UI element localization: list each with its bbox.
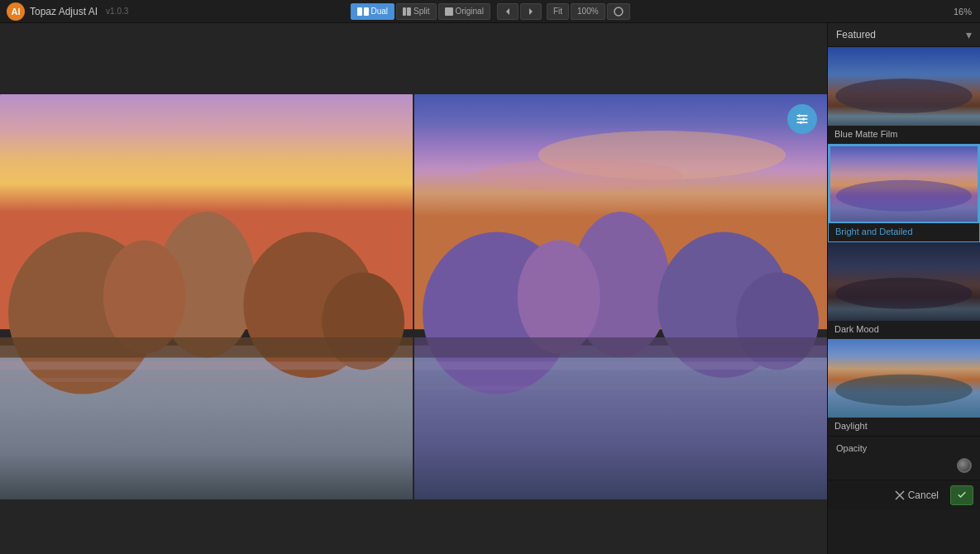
preset-item-dark-mood[interactable]: Dark Mood [828,242,980,339]
preset-thumb-daylight [828,339,980,418]
preset-item-blue-matte-film[interactable]: Blue Matte Film [828,47,980,144]
app-title: Topaz Adjust AI [30,6,98,17]
app-header: AI Topaz Adjust AI v1.0.3 Dual Split Ori… [0,0,980,23]
comparison-button[interactable] [607,3,630,20]
svg-rect-3 [407,7,411,16]
svg-point-44 [836,180,972,212]
header-right: 16% [954,7,972,17]
dropdown-arrow-icon: ▾ [966,28,972,41]
zoom-100-button[interactable]: 100% [571,3,605,20]
thumb-svg-bright-detailed [829,145,979,223]
preset-name-daylight: Daylight [828,418,980,436]
svg-point-28 [518,240,600,353]
opacity-label: Opacity [836,443,972,453]
thumb-svg-blue-matte [828,47,980,126]
enhanced-scene [414,94,827,499]
svg-rect-17 [0,337,413,358]
bottom-action-bar: Cancel [828,480,980,509]
preset-item-daylight[interactable]: Daylight [828,339,980,436]
preset-dropdown-label: Featured [836,29,876,41]
thumb-svg-daylight [828,339,980,418]
original-panel [0,94,413,499]
preset-thumb-dark-mood [828,242,980,321]
view-original-button[interactable]: Original [437,3,490,20]
opacity-section: Opacity [828,436,980,480]
svg-rect-31 [414,337,827,358]
preset-thumb-blue-matte-film [828,47,980,126]
svg-rect-2 [403,7,406,16]
sliders-icon [794,111,810,127]
svg-marker-6 [529,8,533,15]
svg-rect-33 [414,386,827,390]
view-dual-button[interactable]: Dual [350,3,394,20]
app-version: v1.0.3 [106,7,128,16]
svg-rect-34 [414,410,827,414]
preset-name-dark-mood: Dark Mood [828,321,980,339]
svg-rect-4 [444,7,452,16]
thumb-svg-dark-mood [828,242,980,321]
preset-name-blue-matte-film: Blue Matte Film [828,126,980,144]
svg-rect-0 [356,7,361,16]
preset-thumb-bright-detailed [829,145,979,223]
enhanced-sky [414,94,827,499]
preset-item-bright-detailed[interactable]: Bright and Detailed [828,144,980,242]
app-logo: AI Topaz Adjust AI v1.0.3 [7,2,128,21]
svg-point-40 [800,122,802,124]
x-icon [895,490,905,500]
original-scene [0,94,413,499]
logo-icon: AI [7,2,25,21]
preset-dropdown-header[interactable]: Featured ▾ [828,23,980,47]
svg-point-47 [835,278,973,309]
svg-point-22 [476,159,683,191]
cancel-label: Cancel [908,490,939,501]
dual-view [0,94,827,499]
opacity-control [836,458,972,473]
original-sky [0,94,413,499]
checkmark-icon [958,490,966,499]
svg-rect-18 [0,361,413,370]
svg-point-42 [835,79,973,113]
next-button[interactable] [520,3,542,20]
main-area: Featured ▾ [0,23,980,554]
opacity-knob[interactable] [957,458,972,473]
svg-point-39 [802,117,805,120]
presets-sidebar: Featured ▾ [827,23,980,554]
svg-rect-19 [0,378,413,382]
preset-applied-badge [787,104,817,134]
enhanced-panel [414,94,827,499]
preset-name-bright-detailed: Bright and Detailed [829,223,979,241]
svg-point-38 [798,114,801,117]
canvas-area [0,23,827,554]
svg-point-7 [614,7,623,16]
svg-rect-45 [829,145,979,223]
svg-point-14 [103,240,186,353]
svg-marker-5 [506,8,509,15]
apply-button[interactable] [950,485,973,505]
svg-rect-32 [414,361,827,370]
svg-point-49 [835,375,973,406]
zoom-level: 16% [954,7,972,17]
view-mode-controls: Dual Split Original Fit [350,3,629,20]
prev-button[interactable] [497,3,519,20]
cancel-button[interactable]: Cancel [888,486,945,504]
view-split-button[interactable]: Split [396,3,436,20]
fit-button[interactable]: Fit [547,3,569,20]
svg-rect-1 [363,7,368,16]
svg-rect-43 [829,145,979,223]
